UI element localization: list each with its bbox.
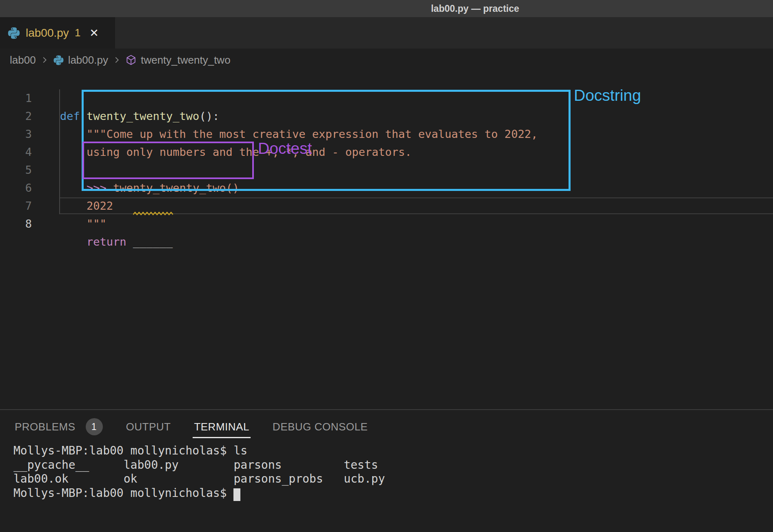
code-editor[interactable]: 1 def twenty_twenty_two(): 2 """Come up … xyxy=(0,0,773,410)
docstring-annotation-label: Docstring xyxy=(574,86,641,104)
blank-placeholder: ______ xyxy=(133,235,173,248)
terminal-line: lab00.ok ok parsons_probs ucb.py xyxy=(13,472,385,486)
code-token xyxy=(60,235,87,248)
doctest-annotation-label: Doctest xyxy=(258,140,312,157)
code-token: """ xyxy=(87,217,107,230)
panel-tab-bar: PROBLEMS 1 OUTPUT TERMINAL DEBUG CONSOLE xyxy=(15,415,368,438)
line-number: 8 xyxy=(0,215,32,233)
doctest-annotation-box xyxy=(82,142,254,179)
tab-problems[interactable]: PROBLEMS 1 xyxy=(15,415,103,438)
active-tab-underline xyxy=(193,437,250,438)
code-token xyxy=(127,235,133,248)
tab-debug-console-label: DEBUG CONSOLE xyxy=(273,421,368,433)
code-token: return xyxy=(87,235,127,248)
panel-divider xyxy=(0,409,773,410)
tab-terminal[interactable]: TERMINAL xyxy=(194,415,249,438)
terminal-prompt: Mollys-MBP:lab00 mollynicholas$ xyxy=(13,486,233,500)
tab-problems-label: PROBLEMS xyxy=(15,421,76,433)
terminal-cursor xyxy=(233,488,240,501)
code-line-8[interactable]: 8 return ______ xyxy=(0,197,773,215)
terminal-line: Mollys-MBP:lab00 mollynicholas$ ls xyxy=(13,444,385,458)
problems-count-badge: 1 xyxy=(86,418,103,435)
tab-output-label: OUTPUT xyxy=(126,421,171,433)
terminal-prompt-line: Mollys-MBP:lab00 mollynicholas$ xyxy=(13,486,385,501)
vscode-window: lab00.py — practice lab00.py 1 ✕ lab00 l… xyxy=(0,0,773,532)
code-line-1[interactable]: 1 def twenty_twenty_two(): xyxy=(0,71,773,89)
tab-output[interactable]: OUTPUT xyxy=(126,415,171,438)
tab-debug-console[interactable]: DEBUG CONSOLE xyxy=(273,415,368,438)
code-token xyxy=(60,217,87,230)
terminal-line: __pycache__ lab00.py parsons tests xyxy=(13,458,385,472)
warning-squiggle xyxy=(133,212,173,215)
terminal-output[interactable]: Mollys-MBP:lab00 mollynicholas$ ls __pyc… xyxy=(13,444,385,500)
tab-terminal-label: TERMINAL xyxy=(194,421,249,433)
